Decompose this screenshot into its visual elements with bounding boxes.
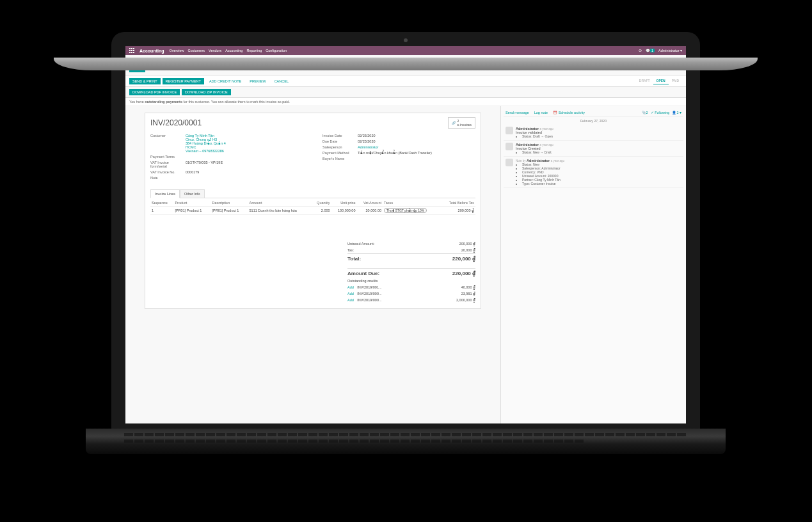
status-draft[interactable]: DRAFT xyxy=(636,77,653,84)
apps-icon[interactable] xyxy=(129,48,134,53)
download-zip-button[interactable]: DOWNLOAD ZIP INVOICE xyxy=(182,89,231,95)
chatter-msg: Administrator a year ago Invoice validat… xyxy=(504,125,683,141)
download-pdf-button[interactable]: DOWNLOAD PDF INVOICE xyxy=(129,89,180,95)
status-paid[interactable]: PAID xyxy=(669,77,682,84)
attachment-icon[interactable]: 📎2 xyxy=(642,111,648,115)
camera-dot xyxy=(404,38,408,42)
send-message[interactable]: Send message xyxy=(506,111,529,115)
add-credit-1[interactable]: Add xyxy=(347,285,354,289)
preview-button[interactable]: PREVIEW xyxy=(246,78,269,84)
avatar xyxy=(506,143,513,150)
lines-table: SequenceProductDescriptionAccount Quanti… xyxy=(150,200,475,215)
user-menu[interactable]: Administrator ▾ xyxy=(658,49,682,52)
following-button[interactable]: ✓ Following xyxy=(651,111,670,115)
menu-reporting[interactable]: Reporting xyxy=(246,49,262,52)
menu-customers[interactable]: Customers xyxy=(187,49,205,52)
menu-configuration[interactable]: Configuration xyxy=(266,49,287,52)
activity-icon[interactable]: ⊙ xyxy=(639,49,642,52)
chatter-msg: Note by Administrator a year ago Status:… xyxy=(504,157,683,188)
tab-other-info[interactable]: Other Info xyxy=(180,189,204,198)
laptop-frame: Accounting Overview Customers Vendors Ac… xyxy=(86,32,726,467)
status-open[interactable]: OPEN xyxy=(653,77,669,84)
add-credit-3[interactable]: Add xyxy=(347,298,354,302)
add-credit-2[interactable]: Add xyxy=(347,292,354,296)
schedule-activity[interactable]: ⏰ Schedule activity xyxy=(553,111,585,115)
register-payment-button[interactable]: REGISTER PAYMENT xyxy=(163,78,204,84)
followers-count[interactable]: 👤2 ▾ xyxy=(672,111,681,115)
action-bar: SEND & PRINT REGISTER PAYMENT ADD CREDIT… xyxy=(125,75,686,87)
menu-overview[interactable]: Overview xyxy=(170,49,184,52)
tabs: Invoice Lines Other Info xyxy=(150,189,475,198)
main-menu: Overview Customers Vendors Accounting Re… xyxy=(170,49,287,52)
avatar xyxy=(506,127,513,134)
menu-vendors[interactable]: Vendors xyxy=(209,49,221,52)
invoice-card: 🔗 2e-invoices INV/2020/0001 Customer Côn… xyxy=(145,113,481,309)
status-bar: DRAFT OPEN PAID xyxy=(636,77,682,84)
tab-invoice-lines[interactable]: Invoice Lines xyxy=(150,189,180,198)
app-screen: Accounting Overview Customers Vendors Ac… xyxy=(125,46,686,423)
link-icon: 🔗 xyxy=(452,121,456,125)
table-row: 1[PR01] Product 1[PR01] Product 15111 Do… xyxy=(150,207,475,215)
messages-icon[interactable]: 💬1 xyxy=(646,49,655,52)
outstanding-alert: You have outstanding payments for this c… xyxy=(125,98,686,106)
add-credit-button[interactable]: ADD CREDIT NOTE xyxy=(206,78,244,84)
totals: Untaxed Amount:200,000 ₫ Tax:20,000 ₫ To… xyxy=(347,241,475,303)
brand[interactable]: Accounting xyxy=(139,49,164,53)
chatter: Send message Log note ⏰ Schedule activit… xyxy=(500,106,686,423)
chatter-msg: Administrator a year ago Invoice Created… xyxy=(504,141,683,157)
menu-accounting[interactable]: Accounting xyxy=(225,49,243,52)
send-print-button[interactable]: SEND & PRINT xyxy=(129,78,161,84)
top-nav: Accounting Overview Customers Vendors Ac… xyxy=(125,46,686,55)
salesperson-link[interactable]: Administrator xyxy=(358,145,378,149)
invoice-title: INV/2020/0001 xyxy=(150,118,475,127)
log-note[interactable]: Log note xyxy=(534,111,548,115)
einvoice-button[interactable]: 🔗 2e-invoices xyxy=(448,117,475,129)
cancel-button[interactable]: CANCEL xyxy=(271,78,292,84)
laptop-base xyxy=(86,429,726,454)
avatar xyxy=(506,159,513,166)
